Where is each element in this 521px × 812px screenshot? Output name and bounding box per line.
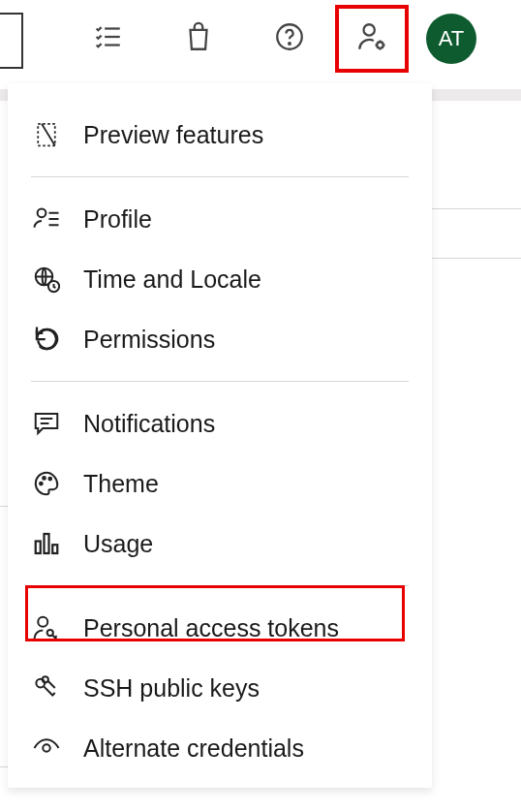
- help-icon-button[interactable]: [244, 0, 335, 78]
- svg-point-5: [364, 24, 375, 35]
- menu-item-label: Notifications: [83, 410, 215, 438]
- svg-point-22: [38, 617, 47, 627]
- avatar[interactable]: AT: [426, 14, 476, 64]
- menu-item-alternate-credentials[interactable]: Alternate credentials: [8, 718, 432, 778]
- user-gear-icon: [355, 20, 388, 57]
- menu-item-label: Preview features: [83, 121, 263, 149]
- menu-divider: [31, 176, 409, 177]
- svg-point-17: [43, 477, 46, 480]
- menu-item-ssh-keys[interactable]: SSH public keys: [8, 658, 432, 718]
- keys-icon: [31, 672, 62, 703]
- refresh-icon: [31, 324, 62, 355]
- boards-icon-button[interactable]: [62, 0, 153, 78]
- avatar-initials: AT: [439, 26, 464, 51]
- svg-point-26: [43, 744, 50, 752]
- menu-divider: [31, 585, 409, 586]
- topbar: AT: [0, 0, 521, 78]
- svg-point-4: [289, 43, 291, 45]
- menu-item-label: Personal access tokens: [83, 614, 339, 642]
- user-settings-dropdown: Preview features Profile Time and Locale: [8, 83, 432, 788]
- menu-item-label: Time and Locale: [83, 265, 261, 294]
- svg-point-8: [38, 208, 46, 217]
- help-icon: [273, 20, 306, 57]
- palette-icon: [31, 468, 62, 499]
- menu-item-label: Alternate credentials: [83, 734, 304, 763]
- svg-point-24: [36, 679, 45, 688]
- menu-item-label: Permissions: [83, 326, 215, 354]
- menu-item-usage[interactable]: Usage: [8, 514, 432, 574]
- svg-rect-21: [52, 545, 57, 553]
- menu-item-preview-features[interactable]: Preview features: [8, 105, 432, 165]
- preview-icon: [31, 119, 62, 150]
- marketplace-icon-button[interactable]: [153, 0, 244, 78]
- topbar-icon-group: [62, 0, 409, 78]
- profile-icon: [31, 203, 62, 234]
- menu-item-notifications[interactable]: Notifications: [8, 393, 432, 453]
- eye-icon: [31, 733, 62, 764]
- globe-clock-icon: [31, 264, 62, 295]
- menu-item-profile[interactable]: Profile: [8, 189, 432, 249]
- shopping-bag-icon: [182, 20, 215, 57]
- list-check-icon: [91, 20, 124, 57]
- bar-chart-icon: [31, 528, 62, 559]
- menu-item-theme[interactable]: Theme: [8, 453, 432, 514]
- menu-item-time-locale[interactable]: Time and Locale: [8, 249, 432, 309]
- chat-icon: [31, 408, 62, 439]
- background-panel-fragment: [430, 208, 521, 259]
- menu-item-permissions[interactable]: Permissions: [8, 309, 432, 369]
- menu-item-label: SSH public keys: [83, 674, 260, 703]
- user-key-icon: [31, 612, 62, 643]
- svg-point-23: [47, 630, 53, 636]
- svg-point-18: [48, 478, 51, 481]
- svg-point-16: [40, 483, 43, 485]
- menu-item-label: Usage: [83, 530, 153, 558]
- menu-divider: [31, 381, 409, 382]
- cropped-element: [0, 13, 23, 69]
- user-settings-icon-button[interactable]: [335, 5, 409, 73]
- svg-rect-19: [36, 542, 41, 554]
- menu-item-label: Profile: [83, 205, 152, 234]
- menu-item-label: Theme: [83, 470, 159, 498]
- menu-item-personal-access-tokens[interactable]: Personal access tokens: [8, 598, 432, 658]
- svg-rect-20: [45, 534, 49, 553]
